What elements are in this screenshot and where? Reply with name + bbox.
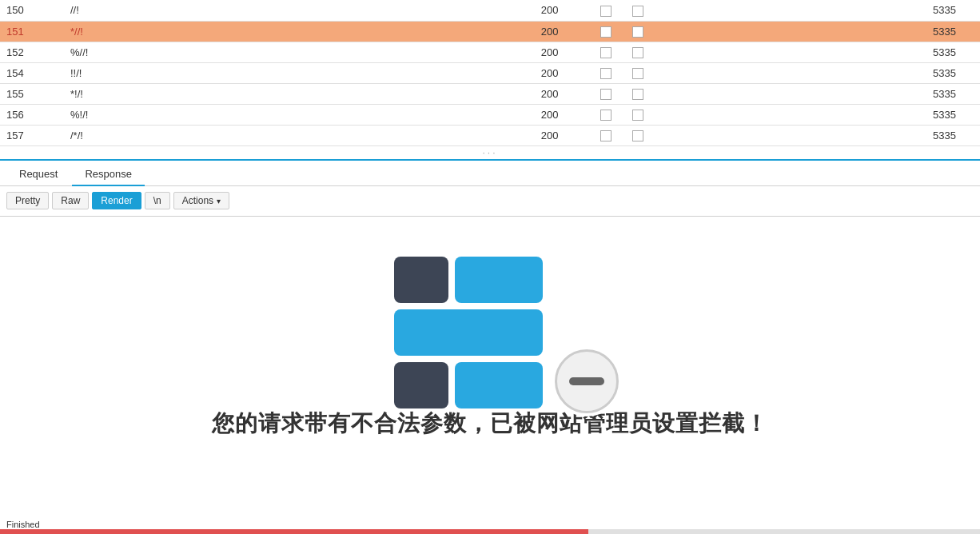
block-5 <box>455 362 543 408</box>
status-text: Finished <box>6 520 40 529</box>
blocked-message: 您的请求带有不合法参数，已被网站管理员设置拦截！ <box>212 408 768 439</box>
newline-button[interactable]: \n <box>145 192 170 209</box>
chevron-down-icon: ▾ <box>217 197 221 205</box>
tabs-bar: Request Response <box>0 161 980 186</box>
row-path: !!/! <box>64 62 251 83</box>
row-col4 <box>590 21 622 42</box>
row-path: /*/! <box>64 125 251 145</box>
row-code: 200 <box>251 62 591 83</box>
row-size: 5335 <box>654 83 980 104</box>
row-col4 <box>590 83 622 104</box>
row-col5 <box>622 0 654 21</box>
row-id: 155 <box>0 83 64 104</box>
requests-table: 150 //! 200 5335 151 *//! 200 5335 152 %… <box>0 0 980 161</box>
table-row[interactable]: 157 /*/! 200 5335 <box>0 125 980 145</box>
row-code: 200 <box>251 125 591 145</box>
row-col5 <box>622 83 654 104</box>
view-toolbar: Pretty Raw Render \n Actions ▾ <box>0 186 980 217</box>
row-id: 151 <box>0 21 64 42</box>
row-col4 <box>590 0 622 21</box>
row-path: *//! <box>64 21 251 42</box>
table-row[interactable]: 154 !!/! 200 5335 <box>0 62 980 83</box>
block-1 <box>394 257 448 303</box>
row-id: 150 <box>0 0 64 21</box>
row-path: %!/! <box>64 104 251 125</box>
row-size: 5335 <box>654 125 980 145</box>
blocked-icon <box>394 257 586 385</box>
status-bar <box>0 529 980 534</box>
block-4 <box>394 362 448 408</box>
block-3 <box>394 309 543 356</box>
tab-request[interactable]: Request <box>6 163 70 186</box>
block-2 <box>455 257 543 303</box>
table-row[interactable]: 150 //! 200 5335 <box>0 0 980 21</box>
row-code: 200 <box>251 83 591 104</box>
row-id: 156 <box>0 104 64 125</box>
row-col4 <box>590 125 622 145</box>
row-size: 5335 <box>654 42 980 62</box>
render-content: 您的请求带有不合法参数，已被网站管理员设置拦截！ <box>0 217 980 535</box>
row-col4 <box>590 62 622 83</box>
row-size: 5335 <box>654 62 980 83</box>
row-col4 <box>590 42 622 62</box>
row-code: 200 <box>251 21 591 42</box>
row-code: 200 <box>251 104 591 125</box>
row-id: 152 <box>0 42 64 62</box>
row-path: %//! <box>64 42 251 62</box>
divider: ··· <box>0 146 980 159</box>
row-col5 <box>622 125 654 145</box>
no-entry-icon <box>552 346 622 416</box>
actions-button[interactable]: Actions ▾ <box>173 192 229 209</box>
row-size: 5335 <box>654 0 980 21</box>
row-col5 <box>622 21 654 42</box>
pretty-button[interactable]: Pretty <box>6 192 49 209</box>
row-code: 200 <box>251 42 591 62</box>
tab-response[interactable]: Response <box>72 163 145 186</box>
row-col4 <box>590 104 622 125</box>
table-row[interactable]: 156 %!/! 200 5335 <box>0 104 980 125</box>
row-col5 <box>622 62 654 83</box>
row-col5 <box>622 42 654 62</box>
row-path: *!/! <box>64 83 251 104</box>
row-col5 <box>622 104 654 125</box>
table-row[interactable]: 155 *!/! 200 5335 <box>0 83 980 104</box>
render-button[interactable]: Render <box>92 192 141 209</box>
row-id: 154 <box>0 62 64 83</box>
table-row[interactable]: 152 %//! 200 5335 <box>0 42 980 62</box>
actions-label: Actions <box>182 195 213 206</box>
row-path: //! <box>64 0 251 21</box>
table-row[interactable]: 151 *//! 200 5335 <box>0 21 980 42</box>
row-code: 200 <box>251 0 591 21</box>
row-size: 5335 <box>654 104 980 125</box>
raw-button[interactable]: Raw <box>52 192 89 209</box>
row-size: 5335 <box>654 21 980 42</box>
row-id: 157 <box>0 125 64 145</box>
